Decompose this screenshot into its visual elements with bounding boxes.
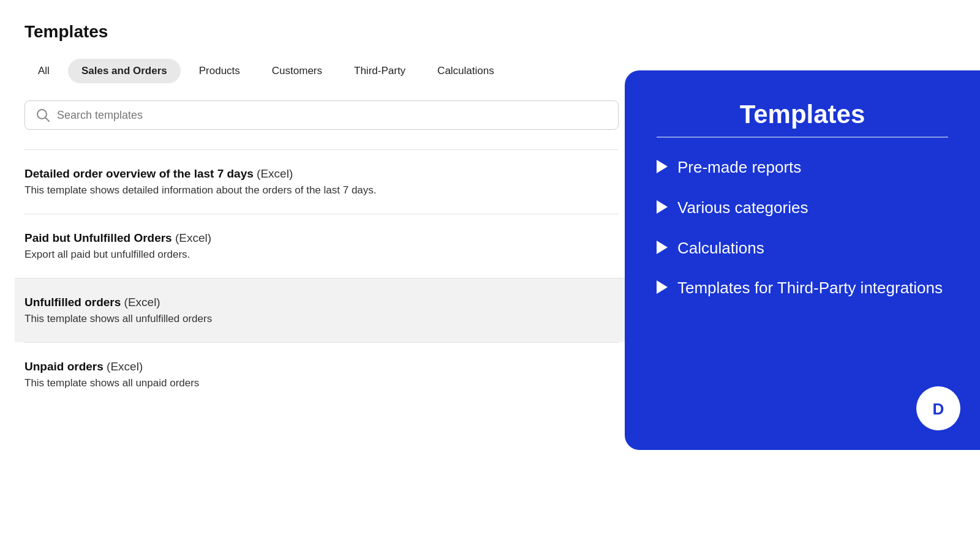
template-item[interactable]: Detailed order overview of the last 7 da… xyxy=(24,149,619,214)
tabs-container: All Sales and Orders Products Customers … xyxy=(24,59,619,83)
search-input[interactable] xyxy=(57,109,607,122)
tab-all[interactable]: All xyxy=(24,59,63,83)
badge-icon: D xyxy=(916,386,960,430)
panel-list: Pre-made reports Various categories Calc… xyxy=(657,157,948,299)
template-title: Paid but Unfulfilled Orders (Excel) xyxy=(24,231,619,245)
tab-third-party[interactable]: Third-Party xyxy=(341,59,419,83)
panel-divider xyxy=(657,137,948,138)
template-desc: This template shows all unfulfilled orde… xyxy=(24,313,619,325)
list-item-text: Templates for Third-Party integrations xyxy=(677,278,943,299)
info-panel: Templates Pre-made reports Various categ… xyxy=(625,70,980,450)
template-desc: Export all paid but unfulfilled orders. xyxy=(24,249,619,261)
tab-sales-and-orders[interactable]: Sales and Orders xyxy=(68,59,181,83)
list-item: Various categories xyxy=(657,198,948,219)
bullet-icon xyxy=(657,241,668,254)
template-title: Unfulfilled orders (Excel) xyxy=(24,296,619,309)
template-item-highlighted[interactable]: Unfulfilled orders (Excel) This template… xyxy=(15,278,628,342)
page-title: Templates xyxy=(24,22,619,42)
tab-products[interactable]: Products xyxy=(186,59,254,83)
list-item: Calculations xyxy=(657,238,948,259)
list-item-text: Calculations xyxy=(677,238,764,259)
search-bar xyxy=(24,100,619,130)
svg-point-0 xyxy=(37,110,47,119)
bullet-icon xyxy=(657,280,668,294)
template-item[interactable]: Paid but Unfulfilled Orders (Excel) Expo… xyxy=(24,214,619,278)
list-item-text: Various categories xyxy=(677,198,808,219)
panel-title: Templates xyxy=(657,100,948,129)
tab-calculations[interactable]: Calculations xyxy=(424,59,508,83)
bullet-icon xyxy=(657,160,668,173)
svg-line-1 xyxy=(46,118,50,122)
list-item: Pre-made reports xyxy=(657,157,948,178)
template-list: Detailed order overview of the last 7 da… xyxy=(24,149,619,407)
bullet-icon xyxy=(657,200,668,214)
template-title: Unpaid orders (Excel) xyxy=(24,360,619,373)
list-item-text: Pre-made reports xyxy=(677,157,801,178)
svg-text:D: D xyxy=(933,400,944,418)
search-icon xyxy=(36,108,50,122)
template-desc: This template shows all unpaid orders xyxy=(24,377,619,389)
template-item[interactable]: Unpaid orders (Excel) This template show… xyxy=(24,342,619,407)
template-desc: This template shows detailed information… xyxy=(24,184,619,197)
template-title: Detailed order overview of the last 7 da… xyxy=(24,167,619,181)
tab-customers[interactable]: Customers xyxy=(258,59,336,83)
list-item: Templates for Third-Party integrations xyxy=(657,278,948,299)
